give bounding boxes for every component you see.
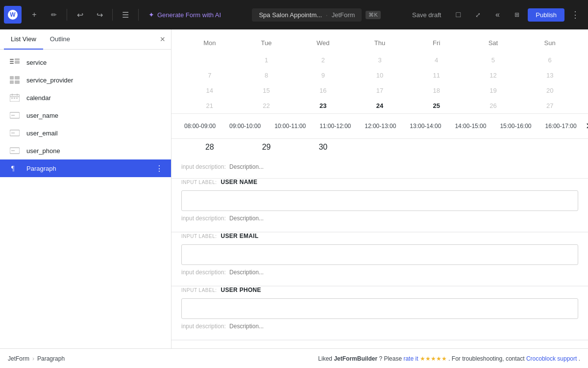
time-slot-1100[interactable]: 11:00-12:00: [315, 120, 356, 132]
svg-rect-11: [12, 94, 13, 96]
cal-day-21[interactable]: 21: [181, 98, 238, 113]
page-title: Spa Salon Appointm...: [259, 11, 322, 19]
sidebar-item-service-provider[interactable]: service_provider: [0, 71, 171, 89]
cal-day-1[interactable]: 1: [238, 53, 295, 68]
user-name-input[interactable]: [181, 190, 578, 211]
sidebar-item-user-name[interactable]: user_name: [0, 106, 171, 124]
generate-form-button[interactable]: ✦ Generate Form with AI: [143, 8, 227, 22]
cal-day-6[interactable]: 6: [521, 53, 578, 68]
cal-day-10[interactable]: 10: [351, 68, 408, 83]
cal-day-13[interactable]: 13: [521, 68, 578, 83]
week-day-29[interactable]: 29: [238, 143, 295, 152]
topbar-center: Spa Salon Appointm... · JetForm ⌘K: [229, 8, 404, 22]
time-slot-1000[interactable]: 10:00-11:00: [270, 120, 311, 132]
time-slots-close-button[interactable]: ✕: [586, 121, 588, 131]
week-day-28[interactable]: 28: [181, 143, 238, 152]
day-mon: Mon: [181, 37, 238, 49]
sidebar-item-more-icon[interactable]: ⋮: [155, 164, 163, 173]
sidebar-item-paragraph[interactable]: ¶ Paragraph ⋮: [0, 159, 171, 177]
cal-day-24[interactable]: 24: [351, 98, 408, 113]
cal-day-4[interactable]: 4: [408, 53, 465, 68]
more-options-button[interactable]: ⋮: [566, 6, 584, 24]
undo-button[interactable]: ↩: [71, 6, 89, 24]
day-sat: Sat: [465, 37, 522, 49]
week-day-30[interactable]: 30: [294, 143, 351, 152]
tab-list-view[interactable]: List View: [4, 29, 43, 50]
cal-day-11[interactable]: 11: [408, 68, 465, 83]
notice-stars: ★★★★★: [420, 355, 447, 362]
time-slot-0900[interactable]: 09:00-10:00: [224, 120, 266, 132]
tab-outline[interactable]: Outline: [43, 29, 77, 50]
layout-button[interactable]: ⊞: [508, 6, 526, 24]
more-icon: ⋮: [571, 9, 580, 20]
breadcrumb-separator: ›: [32, 355, 34, 362]
cal-day-16[interactable]: 16: [294, 83, 351, 98]
time-slot-1400[interactable]: 14:00-15:00: [450, 120, 491, 132]
cal-day-27[interactable]: 27: [521, 98, 578, 113]
sidebar-item-user-phone[interactable]: user_phone: [0, 142, 171, 159]
list-view-icon: ☰: [122, 10, 129, 20]
separator-2: [112, 9, 113, 21]
cal-day-7[interactable]: 7: [181, 68, 238, 83]
time-slot-1300[interactable]: 13:00-14:00: [405, 120, 446, 132]
field-icon-1: [8, 110, 22, 120]
preview-button[interactable]: □: [449, 6, 467, 24]
external-link-button[interactable]: ⤢: [469, 6, 487, 24]
paragraph-icon: ¶: [8, 163, 22, 173]
collapse-sidebar-button[interactable]: «: [489, 6, 506, 24]
cal-day-3[interactable]: 3: [351, 53, 408, 68]
sidebar-item-paragraph-label: Paragraph: [26, 165, 56, 172]
list-view-button[interactable]: ☰: [117, 6, 134, 24]
day-fri: Fri: [408, 37, 465, 49]
cal-day-20[interactable]: 20: [521, 83, 578, 98]
cal-day-22[interactable]: 22: [238, 98, 295, 113]
cal-day-9[interactable]: 9: [294, 68, 351, 83]
notice-text-liked: Liked: [318, 355, 334, 362]
time-slot-1600[interactable]: 16:00-17:00: [540, 120, 582, 132]
user-email-input[interactable]: [181, 244, 578, 265]
calendar-input-desc-label: input description:: [181, 163, 226, 170]
cal-day-14[interactable]: 14: [181, 83, 238, 98]
publish-button[interactable]: Publish: [528, 8, 564, 22]
notice-rate-link[interactable]: rate it ★★★★★: [403, 355, 448, 362]
add-block-topbar-button[interactable]: +: [25, 6, 43, 24]
cal-day-15[interactable]: 15: [238, 83, 295, 98]
notice-crocoblock-link[interactable]: Crocoblock support: [526, 355, 577, 362]
cal-day-17[interactable]: 17: [351, 83, 408, 98]
time-slot-0800[interactable]: 08:00-09:00: [179, 120, 220, 132]
time-slot-1500[interactable]: 15:00-16:00: [495, 120, 536, 132]
cal-day-23[interactable]: 23: [294, 98, 351, 113]
user-email-desc-row: input description: Description...: [172, 265, 588, 286]
sidebar-close-button[interactable]: ×: [158, 29, 167, 49]
svg-rect-13: [11, 98, 13, 99]
layout-icon: ⊞: [514, 11, 519, 18]
save-draft-button[interactable]: Save draft: [406, 8, 447, 22]
sidebar-item-user-email[interactable]: user_email: [0, 124, 171, 142]
redo-button[interactable]: ↪: [91, 6, 108, 24]
sidebar-tabs: List View Outline ×: [0, 29, 171, 50]
cal-day-19[interactable]: 19: [465, 83, 522, 98]
day-wed: Wed: [294, 37, 351, 49]
cal-day-8[interactable]: 8: [238, 68, 295, 83]
sidebar-item-calendar[interactable]: calendar: [0, 89, 171, 106]
cal-day-26[interactable]: 26: [465, 98, 522, 113]
breadcrumb-end[interactable]: Paragraph: [37, 355, 65, 362]
wp-logo[interactable]: W: [4, 6, 22, 24]
sidebar-item-user-phone-label: user_phone: [26, 147, 60, 155]
sidebar-item-service[interactable]: service: [0, 53, 171, 71]
breadcrumb-start[interactable]: JetForm: [8, 355, 29, 362]
notice-rate-text: rate it: [403, 355, 418, 362]
cal-day-12[interactable]: 12: [465, 68, 522, 83]
page-title-area[interactable]: Spa Salon Appointm... · JetForm: [252, 8, 362, 22]
cal-day-18[interactable]: 18: [408, 83, 465, 98]
svg-rect-0: [10, 59, 14, 60]
user-phone-input[interactable]: [181, 298, 578, 319]
edit-mode-button[interactable]: ✏: [45, 6, 63, 24]
week-day-empty-4: [521, 143, 578, 152]
notice-end: . For troubleshooting, contact: [448, 355, 526, 362]
cal-day-25[interactable]: 25: [408, 98, 465, 113]
cal-day-2[interactable]: 2: [294, 53, 351, 68]
cal-day-5[interactable]: 5: [465, 53, 522, 68]
time-slot-1200[interactable]: 12:00-13:00: [360, 120, 401, 132]
cal-day-empty-1[interactable]: [181, 53, 238, 68]
